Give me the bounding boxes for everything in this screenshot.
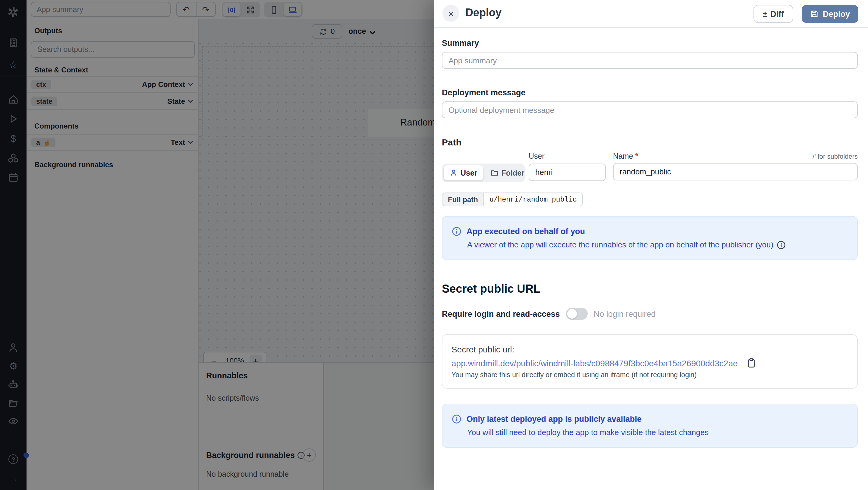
deployment-message-label: Deployment message [442, 88, 858, 97]
full-path-value: u/henri/random_public [484, 193, 582, 206]
info-icon [452, 414, 461, 424]
share-hint-text: You may share this url directly or embed… [452, 371, 848, 378]
deploy-button[interactable]: Deploy [802, 5, 858, 23]
path-user-label: User [529, 152, 545, 161]
path-name-label: Name * [613, 152, 638, 161]
secret-url-title: Secret public URL [442, 282, 858, 296]
diff-button[interactable]: ±Diff [753, 5, 793, 23]
full-path-label: Full path [442, 193, 484, 206]
subfolder-hint: '/' for subfolders [811, 153, 858, 160]
toggle-knob [567, 309, 577, 319]
full-path-display: Full path u/henri/random_public [442, 193, 583, 206]
folder-tab-icon [491, 169, 498, 177]
app-window: ☆ $ ⚙ ? → [0, 0, 868, 490]
deploy-drawer: × Deploy ±Diff Deploy Summary Deployment… [434, 0, 868, 490]
deploy-drawer-content: Summary Deployment message Path User Nam… [442, 28, 858, 448]
deploy-title: Deploy [465, 7, 501, 19]
path-label: Path [442, 137, 858, 147]
plus-minus-icon: ± [763, 9, 767, 19]
latest-info-title: Only latest deployed app is publicly ava… [467, 414, 642, 424]
summary-label: Summary [442, 39, 858, 48]
path-owner-tabs: User Folder [442, 164, 525, 182]
exec-info-box: App executed on behalf of you A viewer o… [442, 216, 858, 260]
info-icon[interactable] [777, 240, 785, 249]
user-tab[interactable]: User [444, 165, 484, 180]
latest-info-body: You will still need to deploy the app to… [467, 428, 709, 437]
close-icon: × [448, 8, 454, 19]
folder-tab[interactable]: Folder [485, 165, 530, 180]
secret-url-label: Secret public url: [452, 345, 848, 354]
exec-info-title: App executed on behalf of you [467, 227, 585, 236]
secret-url-link[interactable]: app.windmill.dev/public/windmill-labs/c0… [452, 358, 738, 368]
exec-info-body: A viewer of the app will execute the run… [467, 240, 773, 249]
user-tab-icon [450, 169, 458, 177]
copy-clipboard-icon[interactable] [746, 358, 756, 368]
path-user-input[interactable] [529, 164, 606, 181]
login-state-text: No login required [594, 309, 656, 318]
latest-info-box: Only latest deployed app is publicly ava… [442, 404, 858, 448]
save-icon [810, 10, 818, 18]
deploy-drawer-header: × Deploy ±Diff Deploy [434, 0, 868, 28]
require-login-row: Require login and read-access No login r… [442, 308, 858, 320]
deployment-message-input[interactable] [442, 102, 858, 118]
required-asterisk: * [635, 152, 638, 161]
require-login-label: Require login and read-access [442, 309, 560, 318]
modal-overlay[interactable] [0, 0, 434, 490]
info-icon [452, 227, 461, 236]
path-name-input[interactable] [613, 163, 858, 180]
deploy-summary-input[interactable] [442, 52, 858, 69]
secret-url-box: Secret public url: app.windmill.dev/publ… [442, 334, 858, 388]
require-login-toggle[interactable] [566, 308, 588, 320]
close-button[interactable]: × [442, 5, 459, 22]
